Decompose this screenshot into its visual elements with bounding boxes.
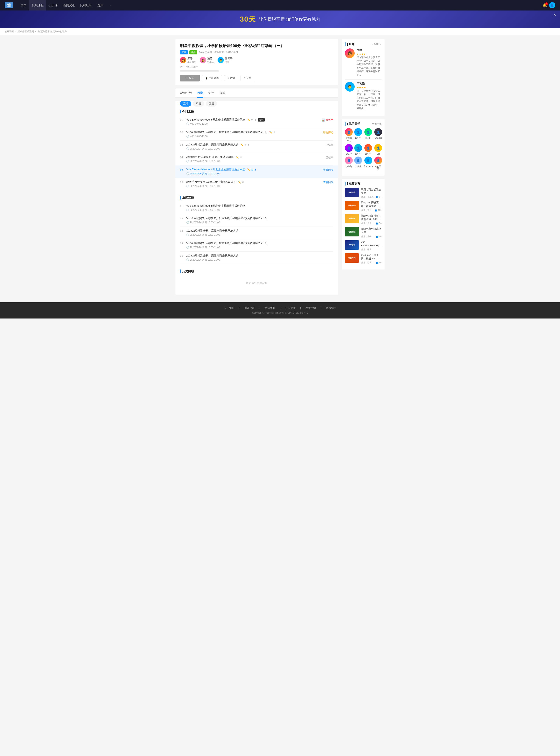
tab-intro[interactable]: 课程介绍	[180, 88, 192, 98]
logo-text: 云朵课堂	[7, 3, 11, 7]
sub-tab-offline[interactable]: 面授	[206, 101, 217, 106]
lesson-status-replay[interactable]: 查看回放	[323, 180, 333, 184]
classmate-avatar: 👤	[345, 128, 353, 136]
classmate-avatar: 👤	[345, 144, 353, 152]
footer-agent[interactable]: 加盟代理	[244, 306, 255, 310]
share-icon: ↗	[243, 77, 245, 80]
teachers-card: | 名师 ＜ 1/10 ＞ 👩 罗静 ★★★★ 国内某重点大学安全工程专业硕士，…	[342, 39, 385, 116]
logo[interactable]: 云朵课堂	[5, 2, 13, 8]
lesson-status-replay[interactable]: 查看回放	[323, 168, 333, 172]
delete-icon[interactable]: 🗑	[244, 143, 247, 146]
rec-item[interactable]: 前端全栈 前端全栈加强版！前端全栈+全周期+多维应用 讲师：岱田 👥 56	[345, 214, 381, 225]
edit-icon[interactable]: ✏️	[269, 131, 273, 134]
classmate-avatar: 👤	[364, 128, 372, 136]
nav-problems[interactable]: 题库	[95, 0, 106, 11]
footer-sep: ｜	[258, 306, 261, 310]
rec-info: 玩转Java开发工具，精通JUC，成为开发多面手 讲师：王朋 👥 123	[361, 201, 381, 212]
tab-qa[interactable]: 问答	[220, 88, 225, 98]
nav-home[interactable]: 首页	[18, 0, 29, 11]
nav-discover[interactable]: 发现课程	[29, 0, 46, 11]
download-icon[interactable]: ⬇	[254, 118, 257, 121]
teacher-1-avatar: 👩	[180, 57, 186, 63]
breadcrumb-link-2[interactable]: 新媒体营销系列	[18, 30, 34, 33]
edit-icon[interactable]: ✏️	[236, 156, 239, 159]
footer-sep: ｜	[320, 306, 322, 310]
lesson-time: 🕐 今日 10:00-11:00	[186, 122, 320, 126]
footer-about[interactable]: 关于我们	[224, 306, 234, 310]
lesson-item: 01 Vue Element+Node.js开发企业通用管理后台系统 ✏️ 🗑 …	[180, 116, 333, 128]
rec-info: 高级电商全线系统大课 讲师：冷峰 👥 46	[361, 227, 381, 238]
rec-item[interactable]: 高级电商 高级电商全线系统大课 讲师：张小锋 👥 34	[345, 188, 381, 199]
delete-icon[interactable]: 🗑	[251, 168, 254, 171]
delete-icon[interactable]: 🗑	[251, 118, 254, 121]
lesson-item: 03 从Java后端到全栈、高级电商全栈系统大课 ✏️ 🗑 ⬇ 🕐 2020/0…	[180, 141, 333, 153]
download-icon[interactable]: ⬇	[254, 168, 257, 171]
refresh-classmates[interactable]: ↺ 换一换	[372, 122, 381, 126]
teachers-nav[interactable]: ＜ 1/10 ＞	[371, 43, 381, 46]
footer-sitemap[interactable]: 网站地图	[265, 306, 275, 310]
lesson-item: 06 跟随千万级项目从0到100全过程高效成长 ✏️ 🗑 🕐 2020/02/2…	[180, 178, 333, 191]
delete-icon[interactable]: 🗑	[239, 156, 242, 159]
classmate-avatar-charles: 👤	[374, 128, 382, 136]
rec-teacher: 讲师：岱田	[361, 222, 372, 225]
sub-tab-live[interactable]: 直播	[180, 101, 191, 106]
teacher-2-avatar: 👩	[200, 57, 206, 63]
user-avatar[interactable]: 👤	[549, 2, 555, 8]
lesson-num: 04	[180, 241, 184, 245]
lesson-info: Vue全家桶实战 从零独立开发企业级小米电商系统(免费升级Vue3.0) 🕐 2…	[186, 241, 333, 249]
today-live-section: 今日直播 01 Vue Element+Node.js开发企业通用管理后台系统 …	[180, 110, 333, 191]
collect-button[interactable]: ☆ 收藏	[224, 75, 238, 81]
classmate-item: 👤 张小田	[364, 128, 373, 142]
rec-students: 👥 56	[376, 222, 381, 224]
teacher-sidebar-1: 👩 罗静 ★★★★ 国内某重点大学安全工程专业硕士，国家一级注册消防工程师、注册…	[345, 48, 381, 77]
edit-icon[interactable]: ✏️	[247, 168, 250, 171]
lesson-info: 从Java后端到全栈、高级电商全栈系统大课 🕐 2020/02/26 周四 10…	[186, 229, 333, 237]
rec-courses-card: | 推荐课程 高级电商 高级电商全线系统大课 讲师：张小锋 👥 34 玩转Jav…	[342, 179, 385, 270]
edit-icon[interactable]: ✏️	[238, 181, 241, 183]
mobile-watch-button[interactable]: 📱 手机观看	[202, 75, 222, 81]
lesson-icons: ✏️ 🗑 ⬇ 资料	[247, 118, 265, 121]
download-icon[interactable]: ⬇	[247, 143, 250, 146]
buy-button[interactable]: 已购买	[180, 75, 200, 81]
classmate-name: 1867**	[365, 153, 372, 155]
lesson-num: 06	[180, 180, 184, 183]
nav-more[interactable]: ···	[106, 0, 114, 11]
lesson-title-blue: Vue Element+Node.js开发企业通用管理后台系统 ✏️ 🗑 ⬇	[186, 168, 321, 171]
rec-item[interactable]: 玩转Java 玩转Java开发工具，精通JUC，成为开发多面手 讲师：岱田 👥 …	[345, 253, 381, 264]
lesson-title: Java项目面试实操 提升大厂面试成功率 ✏️ 🗑	[186, 155, 324, 159]
classmates-grid: 👤 化学教书... 👤 1567** 👤 张小田 👤 Charles 👤	[345, 128, 381, 171]
breadcrumb-link-1[interactable]: 发现课程	[5, 30, 14, 33]
rec-item[interactable]: Vue后台 Vue Element+Node.js开发企业通用管理后台系统 讲师…	[345, 240, 381, 251]
promo-banner: 30天 让你摆脱平庸 知识使你更有魅力 ✕	[0, 11, 560, 28]
rec-item[interactable]: 电商全栈 高级电商全线系统大课 讲师：冷峰 👥 46	[345, 227, 381, 238]
share-button[interactable]: ↗ 分享	[241, 75, 254, 81]
valid-until: 有效期至：2019-10-21	[215, 51, 238, 54]
delete-icon[interactable]: 🗑	[242, 181, 244, 183]
lesson-info: 从Java后端到全栈、高级电商全栈系统大课 🕐 2020/02/26 周四 10…	[186, 254, 333, 261]
nav-qa[interactable]: 问答社区	[78, 0, 95, 11]
edit-icon[interactable]: ✏️	[247, 118, 250, 121]
banner-close-button[interactable]: ✕	[553, 13, 556, 17]
course-meta: 246人已学习 有效期至：2019-10-21	[199, 51, 238, 54]
sub-tab-record[interactable]: 录播	[193, 101, 204, 106]
delete-icon[interactable]: 🗑	[273, 131, 276, 134]
rec-thumb: 玩转Java	[345, 253, 359, 263]
rec-item[interactable]: 玩转Java 玩转Java开发工具，精通JUC，成为开发多面手 讲师：王朋 👥 …	[345, 201, 381, 212]
sidebar: | 名师 ＜ 1/10 ＞ 👩 罗静 ★★★★ 国内某重点大学安全工程专业硕士，…	[342, 39, 385, 295]
footer-partner[interactable]: 合作伙伴	[285, 306, 295, 310]
tab-catalog[interactable]: 目录	[197, 88, 203, 98]
classmate-avatar: 👤	[364, 144, 372, 152]
edit-icon[interactable]: ✏️	[240, 143, 243, 146]
lesson-time: 🕐 2020/02/26 周四 10:00-11:00	[186, 221, 333, 224]
footer-recruit[interactable]: 招资纳士	[326, 306, 336, 310]
chart-icon: 📊	[322, 118, 325, 121]
material-badge: 资料	[258, 118, 265, 121]
tab-comments[interactable]: 评论	[208, 88, 214, 98]
footer-disclaimer[interactable]: 免责声明	[306, 306, 316, 310]
nav-open[interactable]: 公开课	[46, 0, 60, 11]
teacher-1: 👩 罗静 主讲老师	[180, 57, 196, 63]
notification-bell[interactable]: 🔔 1	[542, 3, 547, 7]
history-section: 历史回顾 暂无历史回顾课程	[180, 270, 333, 291]
nav-news[interactable]: 新闻资讯	[60, 0, 78, 11]
classmate-name: qq_天涯	[374, 165, 382, 171]
